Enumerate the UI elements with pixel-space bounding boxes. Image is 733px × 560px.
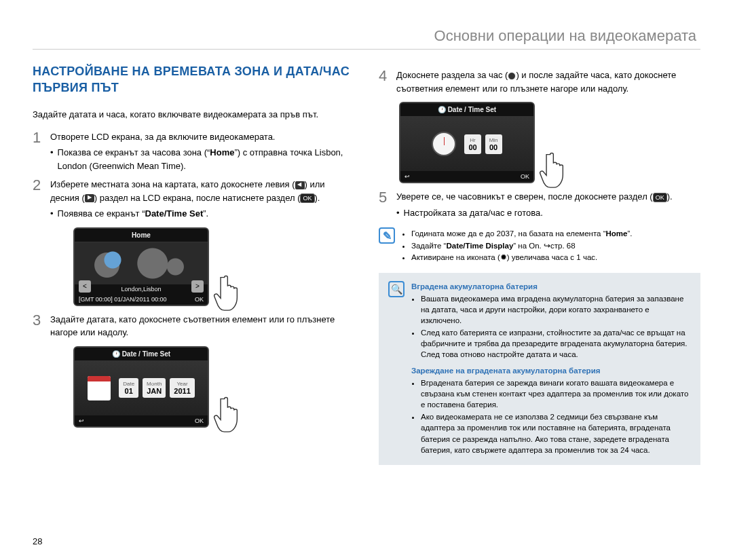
screen-title: 🕐 Date / Time Set xyxy=(75,348,208,361)
step-number: 5 xyxy=(379,190,390,219)
intro-text: Задайте датата и часа, когато включвате … xyxy=(33,109,354,121)
info-box: Вградена акумулаторна батерия Вашата вид… xyxy=(379,273,700,465)
step-5-text: Уверете се, че часовникът е сверен, посл… xyxy=(396,191,673,202)
back-button[interactable]: ↩ xyxy=(79,417,84,424)
screen-title: 🕐 Date / Time Set xyxy=(400,103,533,117)
screenshot-time: 🕐 Date / Time Set Hr00 Min00 ↩ OK xyxy=(399,102,555,183)
left-arrow-icon xyxy=(295,181,305,189)
info-item: Вашата видеокамера има вградена акумулат… xyxy=(421,293,691,326)
hand-icon xyxy=(212,394,250,434)
note-item: Годината може да е до 2037, на базата на… xyxy=(411,229,633,240)
dst-icon xyxy=(500,253,507,261)
hour-field[interactable]: Hr00 xyxy=(464,134,481,154)
screen-foot-time: [GMT 00:00] 01/JAN/2011 00:00 xyxy=(79,296,166,303)
screen-ok-button[interactable]: OK xyxy=(195,296,204,303)
calendar-icon xyxy=(88,376,111,400)
note-box: Годината може да е до 2037, на базата на… xyxy=(379,227,700,265)
clock-icon xyxy=(508,72,516,80)
year-field[interactable]: Year2011 xyxy=(170,378,194,398)
nav-right-button[interactable]: > xyxy=(191,280,204,293)
step-number: 3 xyxy=(33,313,43,339)
date-field[interactable]: Date01 xyxy=(119,378,138,398)
nav-left-button[interactable]: < xyxy=(79,280,91,293)
section-title: НАСТРОЙВАНЕ НА ВРЕМЕВАТА ЗОНА И ДАТА/ЧАС… xyxy=(33,63,354,96)
hand-icon xyxy=(538,149,576,190)
ok-button[interactable]: OK xyxy=(195,417,204,424)
info-item: След като батерията се изпразни, стойнос… xyxy=(421,327,691,360)
world-map: < > xyxy=(75,242,208,284)
screenshot-date: 🕐 Date / Time Set Date01 MonthJAN Year20… xyxy=(73,346,229,428)
step-1: 1 Отворете LCD екрана, за да включите ви… xyxy=(33,130,354,173)
step-4-text: Докоснете раздела за час () и после зада… xyxy=(396,70,676,94)
page-number: 28 xyxy=(33,536,42,546)
step-number: 1 xyxy=(33,130,43,173)
step-5-bullet: Настройката за дата/час е готова. xyxy=(404,206,543,220)
note-icon xyxy=(379,227,395,244)
screen-caption: London,Lisbon xyxy=(75,284,208,294)
hand-icon xyxy=(212,272,250,313)
note-item: Задайте “Date/Time Display” на On. стр. … xyxy=(411,241,633,252)
magnifier-icon xyxy=(388,281,405,297)
minute-field[interactable]: Min00 xyxy=(485,134,502,154)
step-number: 4 xyxy=(379,69,390,95)
back-button[interactable]: ↩ xyxy=(405,173,410,180)
step-4: 4 Докоснете раздела за час () и после за… xyxy=(379,69,700,95)
info-item: Вградената батерия се зарежда винаги ког… xyxy=(421,377,691,410)
step-number: 2 xyxy=(33,178,43,221)
screenshot-home: Home < > London,Lisbon [GMT 00:00] 01/JA… xyxy=(73,227,229,306)
step-2-text: Изберете местната зона на картата, като … xyxy=(50,179,325,203)
ok-icon: OK xyxy=(653,193,667,202)
screen-title: Home xyxy=(75,229,208,242)
page-ref-icon xyxy=(544,242,550,250)
info-heading: Зареждане на вградената акумулаторна бат… xyxy=(411,367,691,375)
ok-button[interactable]: OK xyxy=(521,173,529,180)
info-heading: Вградена акумулаторна батерия xyxy=(411,282,691,291)
step-2: 2 Изберете местната зона на картата, кат… xyxy=(33,178,354,221)
note-item: Активиране на иконата () увеличава часа … xyxy=(411,253,633,263)
step-1-bullet: Показва се екранът за часова зона (“Home… xyxy=(58,146,354,172)
breadcrumb: Основни операции на видеокамерата xyxy=(33,27,700,50)
month-field[interactable]: MonthJAN xyxy=(143,378,166,398)
step-2-bullet: Появява се екранът “Date/Time Set”. xyxy=(58,207,209,221)
ok-icon: OK xyxy=(300,193,314,203)
info-item: Ако видеокамерата не се използва 2 седми… xyxy=(421,411,691,455)
step-3-text: Задайте датата, като докоснете съответни… xyxy=(50,314,335,338)
step-1-text: Отворете LCD екрана, за да включите виде… xyxy=(50,132,275,142)
step-3: 3 Задайте датата, като докоснете съответ… xyxy=(33,313,354,339)
step-5: 5 Уверете се, че часовникът е сверен, по… xyxy=(379,190,700,219)
right-arrow-icon xyxy=(85,194,94,202)
clock-face-icon xyxy=(432,132,456,156)
